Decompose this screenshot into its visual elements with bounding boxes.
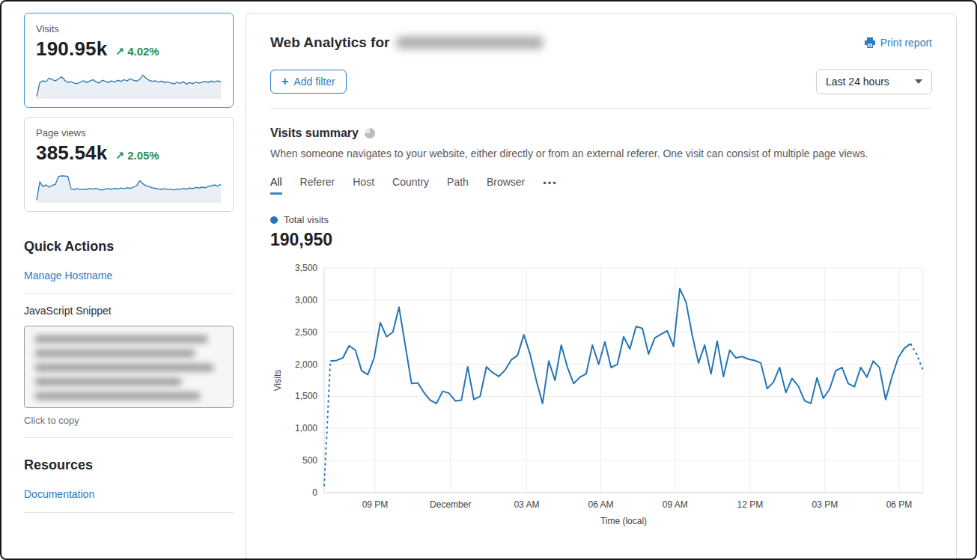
svg-text:09 AM: 09 AM: [663, 499, 688, 510]
documentation-link[interactable]: Documentation: [24, 488, 94, 500]
tab-referer[interactable]: Referer: [300, 176, 335, 195]
trend-up-indicator: ↗ 2.05%: [115, 149, 159, 162]
tab-all[interactable]: All: [270, 176, 282, 195]
redacted-domain: [397, 37, 543, 49]
chevron-down-icon: [915, 79, 922, 84]
visits-summary-heading: Visits summary: [270, 127, 359, 140]
redacted-code-line: [35, 350, 195, 357]
app-window: Visits 190.95k ↗ 4.02% Page views 385.54…: [0, 0, 977, 560]
plus-icon: +: [281, 76, 288, 88]
page-title-text: Web Analytics for: [270, 34, 389, 51]
svg-text:2,500: 2,500: [295, 327, 317, 338]
svg-text:1,000: 1,000: [295, 423, 317, 433]
svg-text:3,000: 3,000: [295, 295, 317, 305]
add-filter-button[interactable]: + Add filter: [270, 70, 347, 94]
visits-line-chart[interactable]: 05001,0001,5002,0002,5003,0003,50009 PMD…: [270, 261, 932, 535]
page-title: Web Analytics for: [270, 34, 543, 51]
redacted-code-line: [35, 378, 181, 386]
javascript-snippet-box[interactable]: [24, 326, 234, 408]
tab-browser[interactable]: Browser: [487, 176, 525, 195]
trend-up-indicator: ↗ 4.02%: [115, 45, 159, 58]
print-report-label: Print report: [880, 37, 932, 49]
metric-change-value: 4.02%: [127, 45, 159, 58]
click-to-copy-hint: Click to copy: [24, 415, 234, 426]
svg-text:Visits: Visits: [273, 370, 283, 391]
visits-summary-description: When someone navigates to your website, …: [270, 147, 932, 159]
main-panel: Web Analytics for Print report +: [246, 13, 957, 560]
sidebar: Visits 190.95k ↗ 4.02% Page views 385.54…: [24, 13, 234, 513]
tab-path[interactable]: Path: [447, 176, 469, 195]
metric-label: Page views: [36, 127, 222, 139]
pie-chart-icon: [365, 128, 375, 139]
tab-country[interactable]: Country: [392, 176, 429, 195]
metric-change-value: 2.05%: [127, 149, 159, 162]
manage-hostname-link[interactable]: Manage Hostname: [24, 270, 112, 281]
divider: [24, 512, 234, 513]
svg-text:03 AM: 03 AM: [514, 499, 539, 510]
dimension-tabs: AllRefererHostCountryPathBrowser•••: [270, 176, 932, 195]
svg-text:09 PM: 09 PM: [362, 499, 389, 510]
add-filter-label: Add filter: [293, 76, 335, 88]
legend-dot-icon: [270, 216, 278, 224]
visits-sparkline-chart: [36, 65, 222, 100]
javascript-snippet-label: JavaScript Snippet: [24, 305, 234, 317]
svg-text:December: December: [430, 499, 471, 510]
legend-label: Total visits: [284, 214, 329, 225]
resources-heading: Resources: [24, 457, 234, 473]
metric-value: 190.95k: [36, 37, 107, 61]
svg-text:2,000: 2,000: [295, 359, 317, 370]
svg-text:1,500: 1,500: [295, 391, 317, 401]
svg-text:500: 500: [302, 455, 317, 466]
quick-actions-heading: Quick Actions: [24, 239, 234, 255]
trend-up-arrow-icon: ↗: [115, 149, 124, 162]
svg-text:12 PM: 12 PM: [737, 499, 763, 510]
svg-text:03 PM: 03 PM: [812, 499, 838, 510]
redacted-code-line: [35, 335, 207, 343]
trend-up-arrow-icon: ↗: [115, 45, 124, 58]
svg-text:0: 0: [312, 487, 317, 498]
metric-label: Visits: [36, 23, 222, 34]
redacted-code-line: [35, 364, 213, 371]
page-views-sparkline-chart: [36, 169, 222, 204]
time-range-dropdown[interactable]: Last 24 hours: [816, 69, 932, 94]
time-range-value: Last 24 hours: [826, 76, 889, 88]
divider: [24, 293, 234, 294]
metric-card-visits[interactable]: Visits 190.95k ↗ 4.02%: [24, 13, 234, 108]
print-report-link[interactable]: Print report: [864, 37, 932, 49]
printer-icon: [864, 37, 876, 49]
svg-text:3,500: 3,500: [295, 263, 317, 273]
divider: [24, 437, 234, 438]
metric-card-page-views[interactable]: Page views 385.54k ↗ 2.05%: [24, 117, 234, 212]
tab-host[interactable]: Host: [353, 176, 374, 195]
svg-text:Time (local): Time (local): [600, 516, 647, 526]
metric-value: 385.54k: [36, 141, 107, 165]
total-visits-value: 190,950: [270, 230, 932, 250]
svg-text:06 AM: 06 AM: [588, 499, 614, 510]
redacted-code-line: [35, 392, 200, 400]
svg-text:06 PM: 06 PM: [886, 499, 913, 510]
more-tabs-button[interactable]: •••: [543, 177, 558, 193]
